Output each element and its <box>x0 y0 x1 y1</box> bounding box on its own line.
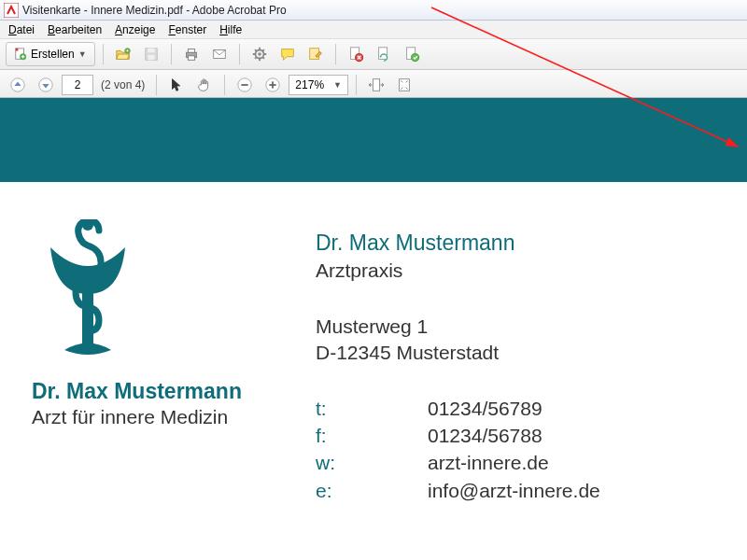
contact-email-value: info@arzt-innere.de <box>428 477 600 504</box>
check-page-button[interactable] <box>400 42 424 66</box>
hand-tool-button[interactable] <box>192 73 217 97</box>
svg-rect-6 <box>148 55 154 60</box>
svg-rect-8 <box>188 49 194 53</box>
svg-rect-26 <box>373 79 379 91</box>
rotate-page-button[interactable] <box>372 42 396 66</box>
medical-bowl-snake-icon <box>32 219 144 359</box>
create-button[interactable]: Erstellen ▼ <box>6 42 95 66</box>
svg-rect-25 <box>272 81 274 88</box>
svg-rect-27 <box>400 79 410 91</box>
card-left-panel: Dr. Max Mustermann Arzt für innere Mediz… <box>32 219 275 428</box>
contact-tel-label: t: <box>316 395 428 422</box>
arrow-down-icon <box>37 77 54 93</box>
zoom-out-icon <box>236 77 253 93</box>
card-header-band <box>0 98 747 182</box>
select-tool-button[interactable] <box>164 73 189 97</box>
arrow-up-icon <box>9 77 26 93</box>
chevron-down-icon: ▼ <box>333 80 342 90</box>
document-viewport[interactable]: Dr. Max Mustermann Arzt für innere Mediz… <box>0 97 747 560</box>
svg-rect-22 <box>242 84 248 86</box>
page-delete-icon <box>347 46 364 63</box>
menu-bar: Datei Bearbeiten Anzeige Fenster Hilfe <box>0 21 747 39</box>
page-down-button[interactable] <box>34 73 58 97</box>
contact-fax-label: f: <box>316 422 428 449</box>
menu-anzeige[interactable]: Anzeige <box>108 21 162 38</box>
zoom-in-button[interactable] <box>261 73 285 97</box>
delete-page-button[interactable] <box>344 42 368 66</box>
card-address-line1: Musterweg 1 <box>316 314 600 340</box>
window-title: Visitenkarte - Innere Medizin.pdf - Adob… <box>22 4 287 17</box>
fit-page-button[interactable] <box>392 73 416 97</box>
menu-hilfe[interactable]: Hilfe <box>213 21 248 38</box>
card-contact-block: t:01234/56789 f:01234/56788 w:arzt-inner… <box>316 395 600 505</box>
card-left-role: Arzt für innere Medizin <box>32 406 275 428</box>
menu-bearbeiten[interactable]: Bearbeiten <box>41 21 108 38</box>
contact-web-label: w: <box>316 449 428 476</box>
contact-fax-value: 01234/56788 <box>428 422 543 449</box>
fit-page-icon <box>396 77 413 93</box>
title-bar: Visitenkarte - Innere Medizin.pdf - Adob… <box>0 0 747 21</box>
folder-open-icon <box>115 46 132 63</box>
contact-web-value: arzt-innere.de <box>428 449 549 476</box>
zoom-in-icon <box>264 77 281 93</box>
note-pencil-icon <box>307 46 324 63</box>
zoom-out-button[interactable] <box>233 73 257 97</box>
edit-comment-button[interactable] <box>303 42 328 66</box>
hand-icon <box>196 77 213 93</box>
contact-email-label: e: <box>316 477 428 504</box>
open-button[interactable] <box>111 42 135 66</box>
menu-datei[interactable]: Datei <box>2 21 41 38</box>
svg-rect-28 <box>82 292 93 343</box>
create-label: Erstellen <box>31 48 75 61</box>
zoom-value: 217% <box>295 78 324 91</box>
gear-icon <box>251 46 268 63</box>
card-right-panel: Dr. Max Mustermann Arztpraxis Musterweg … <box>316 231 600 504</box>
save-icon <box>143 46 160 63</box>
page-rotate-icon <box>375 46 392 63</box>
print-button[interactable] <box>179 42 204 66</box>
page-check-icon <box>403 46 420 63</box>
email-button[interactable] <box>207 42 232 66</box>
chevron-down-icon: ▼ <box>78 49 87 59</box>
envelope-icon <box>211 46 228 63</box>
card-right-name: Dr. Max Mustermann <box>316 231 600 256</box>
card-right-role: Arztpraxis <box>316 259 600 282</box>
toolbar-primary: Erstellen ▼ <box>0 39 747 70</box>
zoom-level-select[interactable]: 217% ▼ <box>289 75 348 95</box>
svg-point-12 <box>258 52 261 56</box>
svg-rect-9 <box>188 56 194 61</box>
save-button[interactable] <box>139 42 163 66</box>
printer-icon <box>183 46 200 63</box>
speech-bubble-icon <box>279 46 296 63</box>
fit-width-icon <box>368 77 385 93</box>
page-number-input[interactable] <box>62 75 93 95</box>
menu-fenster[interactable]: Fenster <box>162 21 213 38</box>
settings-button[interactable] <box>247 42 272 66</box>
page-count-label: (2 von 4) <box>97 78 148 91</box>
card-left-name: Dr. Max Mustermann <box>32 379 275 404</box>
cursor-icon <box>168 77 185 93</box>
svg-rect-5 <box>148 49 154 53</box>
fit-width-button[interactable] <box>364 73 388 97</box>
svg-point-29 <box>82 219 93 231</box>
page-up-button[interactable] <box>6 73 30 97</box>
card-address-line2: D-12345 Musterstadt <box>316 340 600 366</box>
acrobat-icon <box>4 3 19 18</box>
comment-button[interactable] <box>275 42 300 66</box>
contact-tel-value: 01234/56789 <box>428 395 543 422</box>
pdf-create-icon <box>14 48 27 61</box>
